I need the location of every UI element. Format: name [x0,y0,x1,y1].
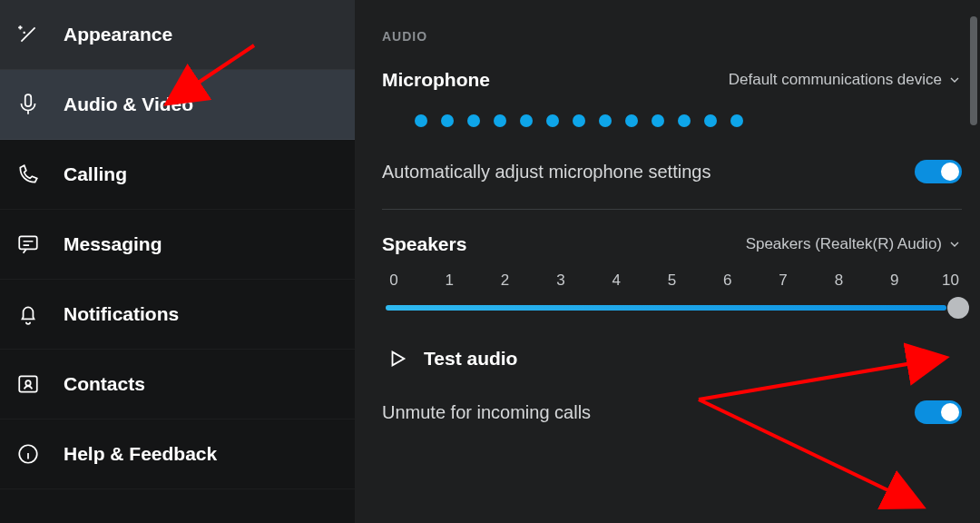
divider [382,209,962,210]
tick-label: 6 [720,271,736,290]
level-dot [467,114,480,127]
slider-track [386,305,946,311]
microphone-device-dropdown[interactable]: Default communications device [729,71,962,89]
sidebar-item-label: Appearance [64,24,172,45]
level-dot [546,114,559,127]
contacts-icon [16,372,40,396]
level-dot [599,114,612,127]
chevron-down-icon [947,237,962,252]
level-dot [415,114,427,127]
sidebar-item-help-feedback[interactable]: Help & Feedback [0,419,355,489]
test-audio-label: Test audio [424,348,517,370]
svg-rect-0 [25,94,32,106]
auto-adjust-label: Automatically adjust microphone settings [382,162,710,183]
sidebar-item-messaging[interactable]: Messaging [0,210,355,280]
test-audio-button[interactable]: Test audio [387,348,962,370]
speakers-device-dropdown[interactable]: Speakers (Realtek(R) Audio) [746,235,962,253]
tick-label: 10 [942,271,958,290]
unmute-toggle[interactable] [915,400,962,424]
settings-sidebar: Appearance Audio & Video Calling Messagi… [0,0,355,523]
sidebar-item-label: Help & Feedback [64,443,217,465]
sidebar-item-contacts[interactable]: Contacts [0,350,355,419]
auto-adjust-toggle[interactable] [915,160,962,183]
speaker-volume-slider[interactable] [386,295,958,321]
level-dot [704,114,717,127]
level-dot [652,114,664,127]
microphone-title: Microphone [382,69,490,91]
level-dot [678,114,691,127]
tick-label: 9 [887,271,903,290]
tick-label: 8 [830,271,847,290]
tick-label: 4 [608,271,624,290]
svg-rect-2 [19,376,37,391]
sidebar-item-calling[interactable]: Calling [0,140,355,210]
tick-label: 7 [775,271,791,290]
unmute-label: Unmute for incoming calls [382,402,591,423]
svg-marker-5 [393,352,405,366]
bell-icon [16,302,40,326]
speakers-device-label: Speakers (Realtek(R) Audio) [746,235,942,253]
sidebar-item-label: Contacts [64,373,145,395]
sidebar-item-label: Notifications [64,303,179,325]
tick-label: 2 [497,271,514,290]
sidebar-item-label: Audio & Video [64,94,193,115]
tick-label: 5 [663,271,680,290]
svg-rect-1 [19,236,37,249]
sidebar-item-appearance[interactable]: Appearance [0,0,355,70]
sidebar-item-audio-video[interactable]: Audio & Video [0,70,355,140]
level-dot [573,114,585,127]
level-dot [730,114,743,127]
speakers-title: Speakers [382,233,466,255]
level-dot [441,114,454,127]
chat-icon [16,232,40,256]
scrollbar-thumb[interactable] [970,16,977,125]
microphone-icon [16,93,40,116]
phone-icon [16,163,40,186]
sidebar-item-notifications[interactable]: Notifications [0,280,355,350]
sidebar-item-label: Messaging [64,233,162,255]
settings-main-panel: AUDIO Microphone Default communications … [355,0,980,523]
chevron-down-icon [947,73,962,87]
microphone-device-label: Default communications device [729,71,942,89]
microphone-level-meter [415,114,962,127]
slider-thumb[interactable] [947,297,969,319]
tick-label: 3 [553,271,569,290]
play-icon [387,349,407,369]
tick-label: 1 [441,271,457,290]
tick-label: 0 [386,271,402,290]
section-title: AUDIO [382,29,962,44]
info-icon [16,442,40,466]
level-dot [520,114,533,127]
svg-point-3 [25,380,30,385]
sidebar-item-label: Calling [64,163,127,185]
level-dot [625,114,638,127]
speaker-volume-ticks: 012345678910 [382,271,962,295]
wand-icon [16,23,40,46]
level-dot [494,114,506,127]
